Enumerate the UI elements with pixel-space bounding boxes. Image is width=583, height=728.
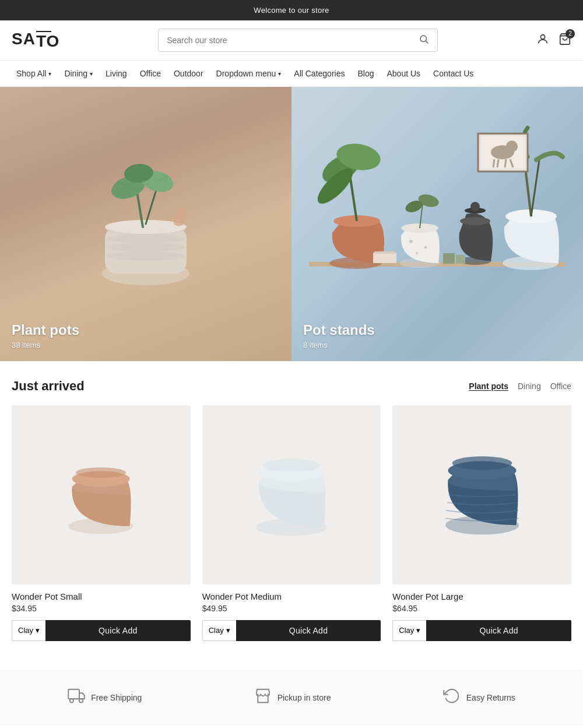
- header: SA TO 2: [0, 20, 583, 61]
- svg-point-36: [470, 202, 480, 211]
- svg-point-63: [70, 699, 73, 702]
- feature-pickup: Pickup in store: [254, 687, 331, 708]
- product-grid: Wonder Pot Small $34.95 Clay ▾ Quick Add: [12, 405, 571, 641]
- svg-point-9: [106, 251, 185, 261]
- chevron-down-icon: ▾: [36, 626, 40, 635]
- product-price: $34.95: [12, 604, 191, 613]
- section-title: Just arrived: [12, 379, 85, 394]
- nav-living[interactable]: Living: [101, 66, 132, 80]
- svg-line-47: [505, 159, 506, 167]
- quick-add-button-large[interactable]: Quick Add: [426, 620, 571, 641]
- product-image-wrap: [12, 405, 191, 584]
- logo[interactable]: SA TO: [12, 31, 59, 50]
- svg-rect-49: [443, 253, 455, 264]
- svg-point-58: [262, 459, 320, 472]
- product-actions: Clay ▾ Quick Add: [12, 620, 191, 641]
- plant-pot-illustration: [87, 157, 204, 309]
- announcement-bar: Welcome to our store: [0, 0, 583, 20]
- nav-all-categories[interactable]: All Categories: [289, 66, 349, 80]
- svg-line-21: [350, 174, 357, 221]
- product-image-medium: [239, 442, 344, 547]
- svg-point-7: [106, 234, 185, 243]
- svg-line-12: [146, 186, 157, 224]
- variant-select-medium[interactable]: Clay ▾: [202, 620, 236, 641]
- hero-right-subtitle: 8 items: [303, 341, 375, 349]
- svg-point-64: [79, 699, 83, 702]
- hero-pot-stands[interactable]: Pot stands 8 items: [292, 87, 583, 361]
- store-icon: [254, 687, 272, 708]
- quick-add-button-medium[interactable]: Quick Add: [236, 620, 381, 641]
- features-bar: Free Shipping Pickup in store Easy Retur…: [0, 670, 583, 725]
- feature-returns-label: Easy Returns: [466, 693, 515, 702]
- product-name: Wonder Pot Medium: [202, 592, 381, 601]
- hero-plant-pots[interactable]: Plant pots 38 items: [0, 87, 292, 361]
- variant-select-small[interactable]: Clay ▾: [12, 620, 45, 641]
- chevron-down-icon: ▾: [48, 71, 51, 77]
- svg-point-44: [506, 141, 518, 152]
- section-header: Just arrived Plant pots Dining Office: [12, 379, 571, 394]
- product-card: Wonder Pot Medium $49.95 Clay ▾ Quick Ad…: [202, 405, 381, 641]
- nav-blog[interactable]: Blog: [353, 66, 378, 80]
- product-actions: Clay ▾ Quick Add: [202, 620, 381, 641]
- just-arrived-section: Just arrived Plant pots Dining Office Wo…: [0, 361, 583, 653]
- svg-point-55: [76, 468, 126, 478]
- svg-point-2: [540, 34, 545, 38]
- svg-line-1: [426, 41, 429, 43]
- svg-line-46: [497, 159, 498, 167]
- svg-rect-50: [456, 255, 465, 264]
- filter-office[interactable]: Office: [550, 382, 571, 391]
- nav-about-us[interactable]: About Us: [382, 66, 426, 80]
- nav-office[interactable]: Office: [135, 66, 166, 80]
- nav-dropdown-menu[interactable]: Dropdown menu ▾: [212, 66, 286, 80]
- search-icon: [419, 34, 429, 44]
- hero-grid: Plant pots 38 items: [0, 87, 583, 361]
- feature-pickup-label: Pickup in store: [278, 693, 331, 702]
- product-name: Wonder Pot Large: [392, 592, 571, 601]
- product-card: Wonder Pot Large $64.95 Clay ▾ Quick Add: [392, 405, 571, 641]
- cart-button[interactable]: 2: [559, 33, 571, 48]
- product-card: Wonder Pot Small $34.95 Clay ▾ Quick Add: [12, 405, 191, 641]
- product-price: $49.95: [202, 604, 381, 613]
- svg-point-0: [420, 36, 427, 42]
- feature-free-shipping: Free Shipping: [68, 687, 142, 708]
- product-image-small: [48, 442, 153, 547]
- nav-outdoor[interactable]: Outdoor: [169, 66, 208, 80]
- account-icon: [536, 33, 549, 46]
- feature-free-shipping-label: Free Shipping: [91, 693, 142, 702]
- account-button[interactable]: [536, 33, 549, 48]
- svg-point-34: [460, 217, 490, 225]
- svg-rect-52: [374, 251, 395, 254]
- filter-plant-pots[interactable]: Plant pots: [469, 382, 508, 391]
- svg-line-45: [493, 159, 494, 167]
- logo-sa: SA TO: [12, 30, 59, 48]
- svg-point-8: [106, 243, 185, 252]
- search-button[interactable]: [419, 34, 429, 47]
- svg-rect-62: [68, 689, 79, 698]
- chevron-down-icon: ▾: [416, 626, 420, 635]
- filter-dining[interactable]: Dining: [518, 382, 541, 391]
- svg-rect-51: [373, 253, 396, 263]
- returns-icon: [443, 687, 461, 708]
- quick-add-button-small[interactable]: Quick Add: [45, 620, 191, 641]
- nav-contact-us[interactable]: Contact Us: [429, 66, 478, 80]
- chevron-down-icon: ▾: [226, 626, 230, 635]
- chevron-down-icon: ▾: [90, 71, 93, 77]
- pot-stands-illustration: [309, 116, 566, 326]
- svg-point-61: [452, 457, 512, 470]
- hero-left-label: Plant pots 38 items: [12, 322, 79, 349]
- nav-dining[interactable]: Dining ▾: [59, 66, 97, 80]
- variant-select-large[interactable]: Clay ▾: [392, 620, 426, 641]
- header-icons: 2: [536, 33, 571, 48]
- chevron-down-icon: ▾: [278, 71, 281, 77]
- nav-shop-all[interactable]: Shop All ▾: [12, 66, 56, 80]
- product-name: Wonder Pot Small: [12, 592, 191, 601]
- svg-point-29: [416, 252, 418, 254]
- hero-left-title: Plant pots: [12, 322, 79, 338]
- svg-point-28: [424, 246, 427, 249]
- feature-returns: Easy Returns: [443, 687, 515, 708]
- navigation: Shop All ▾ Dining ▾ Living Office Outdoo…: [0, 61, 583, 87]
- hero-left-subtitle: 38 items: [12, 341, 79, 349]
- cart-badge: 2: [566, 29, 575, 38]
- svg-line-40: [531, 160, 539, 216]
- search-input[interactable]: [167, 36, 419, 45]
